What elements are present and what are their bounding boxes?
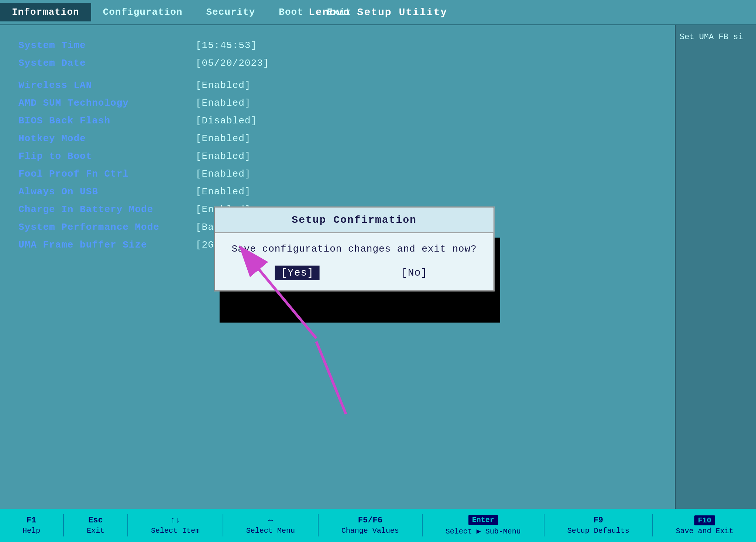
dialog-message: Save configuration changes and exit now? (215, 233, 494, 262)
config-row-fool-proof: Fool Proof Fn Ctrl [Enabled] (18, 168, 656, 180)
sep3 (223, 514, 223, 536)
leftright-key: ↔ (268, 516, 273, 525)
bottom-esc-exit: Esc Exit (87, 516, 104, 535)
f1-desc: Help (23, 526, 40, 535)
f5f6-key: F5/F6 (358, 516, 382, 525)
system-date-row: System Date [05/20/2023] (18, 58, 656, 69)
performance-mode-label: System Performance Mode (18, 222, 196, 233)
sep5 (422, 514, 423, 536)
config-row-always-on-usb: Always On USB [Enabled] (18, 186, 656, 197)
system-time-row: System Time [15:45:53] (18, 40, 656, 51)
left-panel: System Time [15:45:53] System Date [05/2… (0, 25, 675, 509)
enter-key: Enter (468, 515, 498, 525)
app-title: Lenovo Setup Utility (309, 7, 447, 18)
updown-key: ↑↓ (171, 516, 180, 525)
amd-sum-value[interactable]: [Enabled] (196, 98, 251, 109)
always-on-usb-label: Always On USB (18, 186, 196, 197)
esc-desc: Exit (87, 526, 104, 535)
system-date-label: System Date (18, 58, 196, 69)
f5f6-desc: Change Values (341, 526, 399, 535)
uma-frame-label: UMA Frame buffer Size (18, 239, 196, 250)
system-time-label: System Time (18, 40, 196, 51)
dialog-no-button[interactable]: [No] (395, 266, 433, 280)
config-row-hotkey-mode: Hotkey Mode [Enabled] (18, 133, 656, 144)
top-menu-bar: Lenovo Setup Utility Information Configu… (0, 0, 756, 25)
esc-key: Esc (88, 516, 103, 525)
svg-line-2 (316, 342, 346, 414)
bottom-f9-setup-defaults: F9 Setup Defaults (567, 516, 629, 535)
fool-proof-label: Fool Proof Fn Ctrl (18, 168, 196, 180)
always-on-usb-value[interactable]: [Enabled] (196, 186, 251, 197)
enter-desc: Select ▶ Sub-Menu (446, 526, 521, 536)
hotkey-mode-value[interactable]: [Enabled] (196, 133, 251, 144)
bottom-enter-submenu: Enter Select ▶ Sub-Menu (446, 515, 521, 536)
charge-battery-label: Charge In Battery Mode (18, 204, 196, 215)
f10-desc: Save and Exit (676, 527, 733, 535)
sep6 (544, 514, 544, 536)
bottom-f5f6-change-values: F5/F6 Change Values (341, 516, 399, 535)
dialog-yes-button[interactable]: [Yes] (275, 266, 320, 280)
menu-item-security[interactable]: Security (194, 3, 267, 21)
wireless-lan-label: Wireless LAN (18, 80, 196, 91)
menu-item-information[interactable]: Information (0, 3, 91, 21)
f10-key: F10 (694, 515, 715, 525)
sep4 (318, 514, 319, 536)
system-date-value[interactable]: [05/20/2023] (196, 58, 269, 69)
dialog-title: Setup Confirmation (215, 208, 494, 233)
config-row-amd-sum: AMD SUM Technology [Enabled] (18, 98, 656, 109)
f9-key: F9 (594, 516, 603, 525)
f1-key: F1 (27, 516, 36, 525)
updown-desc: Select Item (151, 526, 200, 535)
amd-sum-label: AMD SUM Technology (18, 98, 196, 109)
wireless-lan-value[interactable]: [Enabled] (196, 80, 251, 91)
hotkey-mode-label: Hotkey Mode (18, 133, 196, 144)
system-section: System Time [15:45:53] System Date [05/2… (18, 40, 656, 69)
right-sidebar: Set UMA FB si (675, 25, 756, 509)
config-row-flip-to-boot: Flip to Boot [Enabled] (18, 151, 656, 162)
bottom-f1-help: F1 Help (23, 516, 40, 535)
bios-back-flash-label: BIOS Back Flash (18, 115, 196, 126)
menu-item-configuration[interactable]: Configuration (91, 3, 195, 21)
fool-proof-value[interactable]: [Enabled] (196, 168, 251, 180)
dialog-buttons: [Yes] [No] (215, 262, 494, 290)
flip-to-boot-value[interactable]: [Enabled] (196, 151, 251, 162)
main-area: System Time [15:45:53] System Date [05/2… (0, 25, 756, 509)
bottom-bar: F1 Help Esc Exit ↑↓ Select Item ↔ Select… (0, 509, 756, 542)
sep7 (652, 514, 653, 536)
bios-back-flash-value[interactable]: [Disabled] (196, 115, 257, 126)
sep2 (127, 514, 128, 536)
config-row-wireless-lan: Wireless LAN [Enabled] (18, 80, 656, 91)
leftright-desc: Select Menu (246, 526, 295, 535)
sidebar-text: Set UMA FB si (680, 33, 743, 42)
bottom-leftright-select-menu: ↔ Select Menu (246, 516, 295, 535)
sep1 (63, 514, 64, 536)
setup-confirmation-dialog: Setup Confirmation Save configuration ch… (214, 207, 495, 292)
menu-item-boot[interactable]: Boot (267, 3, 315, 21)
system-time-value[interactable]: [15:45:53] (196, 40, 257, 51)
bottom-updown-select-item: ↑↓ Select Item (151, 516, 200, 535)
bottom-f10-save-exit: F10 Save and Exit (676, 515, 733, 535)
flip-to-boot-label: Flip to Boot (18, 151, 196, 162)
f9-desc: Setup Defaults (567, 526, 629, 535)
config-row-bios-back-flash: BIOS Back Flash [Disabled] (18, 115, 656, 126)
